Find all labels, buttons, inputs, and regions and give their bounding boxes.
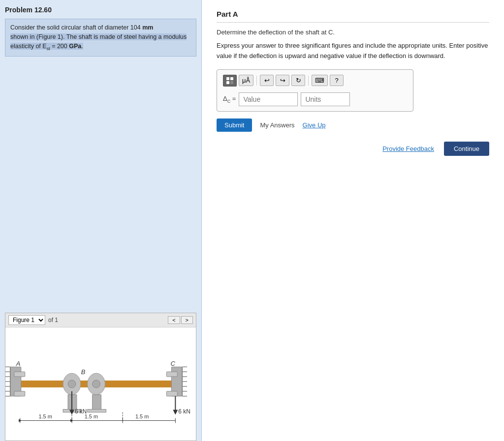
desc-subscript: st [47,46,50,51]
svg-rect-3 [230,81,233,84]
support-c-bottom [166,391,177,396]
force-label-2: 6 kN [178,408,190,415]
bearing-b2-post [93,395,101,410]
svg-rect-1 [230,77,233,80]
figure-header: Figure 1 of 1 < > [5,313,196,327]
svg-rect-2 [226,81,229,84]
actions-row: Submit My Answers Give Up [217,118,489,132]
bearing-b-inner [68,380,76,388]
desc-unit1: mm [142,24,153,31]
figure-of-label: of 1 [48,317,58,323]
desc-part3: = 200 [52,43,67,50]
input-row: ΔC = [223,92,407,106]
bearing-b2-base [88,410,106,412]
instructions-text: Express your answer to three significant… [217,42,488,59]
my-answers-link[interactable]: My Answers [260,121,294,129]
answer-box: μÅ ↩ ↪ ↻ ⌨ ? ΔC = [217,69,413,112]
toolbar-sep-2 [308,76,309,86]
figure-area: Figure 1 of 1 < > [5,313,196,441]
force-arrowhead-2 [173,410,178,415]
svg-rect-0 [226,77,229,80]
label-b: B [81,368,86,376]
desc-text-1: Consider the solid circular shaft of dia… [10,24,141,31]
figure-select[interactable]: Figure 1 [8,315,45,325]
redo-btn[interactable]: ↪ [276,75,289,86]
part-title: Part A [217,10,489,23]
undo-btn[interactable]: ↩ [260,75,274,86]
desc-period: . [81,43,83,50]
submit-button[interactable]: Submit [217,118,252,132]
part-subtitle: Determine the deflection of the shaft at… [217,29,489,36]
delta-label: ΔC = [223,95,236,104]
label-a: A [16,360,21,367]
figure-prev-btn[interactable]: < [168,316,180,324]
part-instructions: Express your answer to three significant… [217,41,489,61]
figure-next-btn[interactable]: > [181,316,193,324]
value-input[interactable] [239,92,298,106]
support-c-top [166,372,177,377]
mu-btn[interactable]: μÅ [239,75,253,86]
bottom-row: Provide Feedback Continue [217,142,489,156]
figure-svg: A B [5,327,196,441]
give-up-link[interactable]: Give Up [303,121,326,129]
left-panel: Problem 12.60 Consider the solid circula… [0,0,202,441]
desc-part2: shown in (Figure 1). The shaft is made o… [10,33,187,50]
desc-text-highlighted: shown in (Figure 1). The shaft is made o… [10,33,187,50]
support-a-top [14,372,25,377]
keyboard-btn[interactable]: ⌨ [312,75,328,86]
support-a-bottom [14,391,25,396]
figure-nav: < > [168,316,193,324]
continue-button[interactable]: Continue [444,142,489,156]
figure-canvas: A B [5,327,196,441]
feedback-link[interactable]: Provide Feedback [382,145,434,152]
right-panel: Part A Determine the deflection of the s… [202,0,504,441]
refresh-btn[interactable]: ↻ [291,75,305,86]
toolbar-sep-1 [256,76,257,86]
units-input[interactable] [301,92,350,106]
matrix-icon [226,77,234,85]
bearing-b2-inner [93,380,100,388]
force-label-1: 6 kN [75,408,87,415]
help-btn[interactable]: ? [330,75,344,86]
problem-title: Problem 12.60 [5,6,196,14]
matrix-icon-btn[interactable] [223,75,237,87]
toolbar: μÅ ↩ ↪ ↻ ⌨ ? [223,75,407,87]
desc-unit2: GPa [69,43,81,50]
dim-label-3: 1.5 m [135,413,149,419]
label-c: C [170,360,175,367]
dim-label-1: 1.5 m [38,413,52,419]
problem-description: Consider the solid circular shaft of dia… [5,19,196,57]
